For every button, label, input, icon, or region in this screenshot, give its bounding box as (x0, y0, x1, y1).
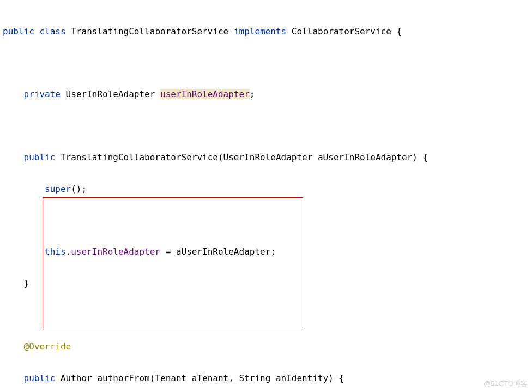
semicolon: ; (250, 89, 255, 99)
method-sig: Author authorFrom(Tenant aTenant, String… (61, 373, 344, 383)
watermark-text: @51CTO博客 (483, 377, 528, 390)
code-line: } (3, 276, 529, 292)
interface-name: CollaboratorService (292, 26, 391, 37)
code-line-empty (3, 56, 529, 71)
code-block: public class TranslatingCollaboratorServ… (3, 8, 529, 392)
class-name: TranslatingCollaboratorService (71, 26, 228, 37)
field-name: userInRoleAdapter (160, 89, 250, 99)
code-line: public Author authorFrom(Tenant aTenant,… (3, 371, 529, 387)
parens: (); (71, 184, 87, 194)
keyword-super: super (45, 184, 71, 194)
code-line: public class TranslatingCollaboratorServ… (3, 24, 529, 40)
keyword-this: this (45, 246, 66, 257)
annotation-override: @Override (24, 341, 71, 352)
type: UserInRoleAdapter (66, 89, 155, 99)
keyword-public: public (24, 373, 56, 383)
code-line: super(); (3, 182, 529, 197)
code-line: public TranslatingCollaboratorService(Us… (3, 150, 529, 166)
dot: . (66, 246, 71, 257)
assignment: = aUserInRoleAdapter; (160, 246, 276, 257)
code-line: @Override (3, 339, 529, 355)
code-line-empty (3, 118, 529, 134)
brace: } (24, 278, 29, 288)
code-line: this.userInRoleAdapter = aUserInRoleAdap… (3, 244, 529, 260)
keyword-private: private (24, 89, 61, 99)
code-line-empty (3, 213, 529, 229)
field-name: userInRoleAdapter (71, 246, 160, 257)
keyword-public: public (24, 152, 56, 162)
code-line: private UserInRoleAdapter userInRoleAdap… (3, 87, 529, 102)
constructor-sig: TranslatingCollaboratorService(UserInRol… (61, 152, 428, 162)
keyword-implements: implements (234, 26, 286, 37)
brace: { (397, 26, 402, 37)
code-line-empty (3, 307, 529, 323)
keyword-public: public (3, 26, 34, 37)
keyword-class: class (39, 26, 65, 37)
